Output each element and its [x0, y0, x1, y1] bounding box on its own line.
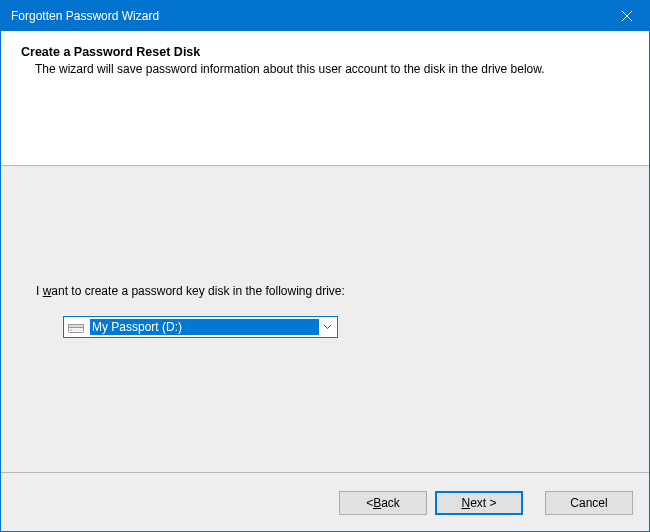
close-button[interactable] — [604, 1, 649, 31]
svg-rect-3 — [69, 325, 84, 328]
window-title: Forgotten Password Wizard — [11, 9, 604, 23]
chevron-down-icon — [319, 324, 335, 330]
drive-prompt-label: I want to create a password key disk in … — [36, 284, 345, 298]
drive-select[interactable]: My Passport (D:) — [63, 316, 338, 338]
close-icon — [622, 11, 632, 21]
wizard-content: I want to create a password key disk in … — [1, 166, 649, 473]
wizard-header: Create a Password Reset Disk The wizard … — [1, 31, 649, 166]
drive-icon — [68, 321, 84, 333]
titlebar: Forgotten Password Wizard — [1, 1, 649, 31]
cancel-button[interactable]: Cancel — [545, 491, 633, 515]
wizard-subtext: The wizard will save password informatio… — [21, 59, 581, 77]
wizard-heading: Create a Password Reset Disk — [21, 45, 629, 59]
wizard-footer: < Back Next > Cancel — [1, 473, 649, 532]
next-button[interactable]: Next > — [435, 491, 523, 515]
drive-select-value: My Passport (D:) — [90, 319, 319, 335]
back-button[interactable]: < Back — [339, 491, 427, 515]
svg-point-4 — [70, 329, 72, 331]
